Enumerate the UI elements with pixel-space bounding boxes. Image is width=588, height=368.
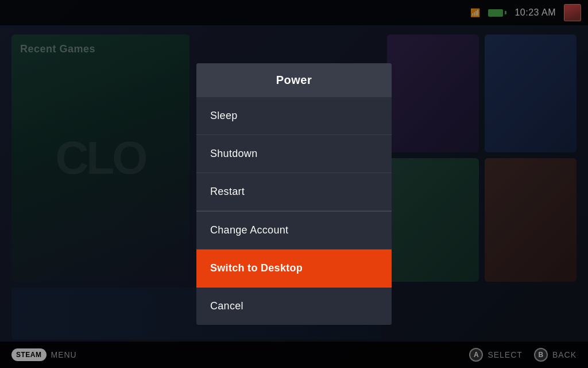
dialog-title: Power [196,63,392,97]
power-dialog: Power Sleep Shutdown Restart Change Acco… [196,63,392,325]
menu-item-cancel[interactable]: Cancel [196,288,392,325]
menu-item-switch-to-desktop[interactable]: Switch to Desktop [196,250,392,288]
menu-item-restart[interactable]: Restart [196,173,392,211]
menu-item-shutdown[interactable]: Shutdown [196,135,392,173]
menu-item-change-account[interactable]: Change Account [196,211,392,250]
menu-item-sleep[interactable]: Sleep [196,97,392,135]
